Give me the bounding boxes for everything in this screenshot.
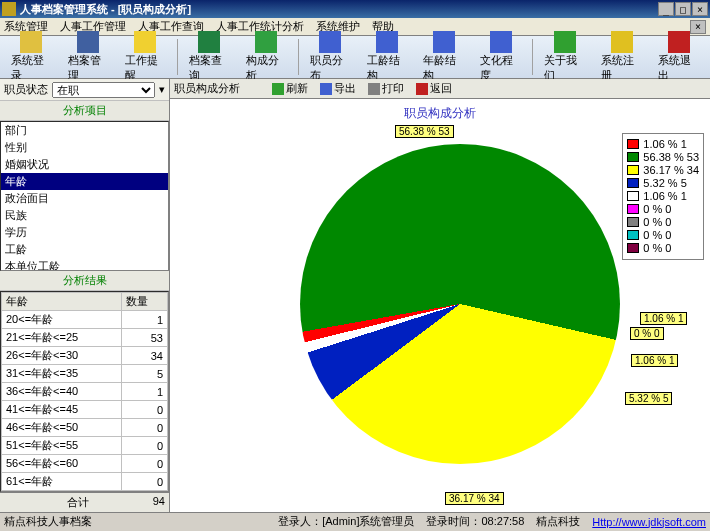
toolbtn-关于我们[interactable]: 关于我们 — [537, 28, 592, 86]
analysis-item[interactable]: 性别 — [1, 139, 168, 156]
toolbtn-工作提醒[interactable]: 工作提醒 — [118, 28, 173, 86]
close-button[interactable]: × — [692, 2, 708, 16]
print-button[interactable]: 打印 — [364, 80, 408, 97]
table-row[interactable]: 51<=年龄<=550 — [2, 437, 168, 455]
toolbtn-年龄结构[interactable]: 年龄结构 — [416, 28, 471, 86]
table-row[interactable]: 26<=年龄<=3034 — [2, 347, 168, 365]
table-row[interactable]: 31<=年龄<=355 — [2, 365, 168, 383]
callout-4: 1.06 % 1 — [631, 354, 678, 367]
status-login: 登录人：[Admin]系统管理员 — [278, 514, 414, 529]
status-url[interactable]: Http://www.jdkjsoft.com — [592, 516, 706, 528]
total-row: 合计 94 — [0, 492, 169, 512]
tool-icon — [433, 31, 455, 53]
status-filter-label: 职员状态 — [4, 82, 48, 97]
col-age[interactable]: 年龄 — [2, 293, 122, 311]
chart-panel: 职员构成分析 刷新 导出 打印 返回 职员构成分析 56.38 % 53 36.… — [170, 79, 710, 512]
back-icon — [416, 83, 428, 95]
export-button[interactable]: 导出 — [316, 80, 360, 97]
section-analysis-header: 分析项目 — [0, 101, 169, 121]
export-icon — [320, 83, 332, 95]
legend-swatch — [627, 152, 639, 162]
analysis-item[interactable]: 民族 — [1, 207, 168, 224]
legend-label: 56.38 % 53 — [643, 151, 699, 163]
tool-icon — [376, 31, 398, 53]
legend-label: 36.17 % 34 — [643, 164, 699, 176]
toolbtn-系统注册[interactable]: 系统注册 — [594, 28, 649, 86]
chart-title: 职员构成分析 — [404, 105, 476, 122]
analysis-item[interactable]: 政治面目 — [1, 190, 168, 207]
callout-1: 56.38 % 53 — [395, 125, 454, 138]
tool-icon — [255, 31, 277, 53]
legend-swatch — [627, 165, 639, 175]
table-row[interactable]: 46<=年龄<=500 — [2, 419, 168, 437]
legend-label: 0 % 0 — [643, 242, 671, 254]
toolbtn-文化程度[interactable]: 文化程度 — [473, 28, 528, 86]
table-row[interactable]: 56<=年龄<=600 — [2, 455, 168, 473]
section-result-header: 分析结果 — [0, 271, 169, 291]
toolbtn-职员分布[interactable]: 职员分布 — [303, 28, 358, 86]
toolbtn-构成分析[interactable]: 构成分析 — [239, 28, 294, 86]
tool-icon — [554, 31, 576, 53]
total-label: 合计 — [4, 495, 153, 510]
callout-3: 5.32 % 5 — [625, 392, 672, 405]
analysis-item[interactable]: 部门 — [1, 122, 168, 139]
table-row[interactable]: 61<=年龄0 — [2, 473, 168, 491]
callout-5: 0 % 0 — [630, 327, 664, 340]
chart-tab-label: 职员构成分析 — [174, 81, 240, 96]
refresh-button[interactable]: 刷新 — [268, 80, 312, 97]
maximize-button[interactable]: □ — [675, 2, 691, 16]
chart-area: 职员构成分析 56.38 % 53 36.17 % 34 5.32 % 5 1.… — [170, 99, 710, 512]
table-row[interactable]: 20<=年龄1 — [2, 311, 168, 329]
status-filter-select[interactable]: 在职 — [52, 82, 155, 98]
legend-label: 1.06 % 1 — [643, 190, 686, 202]
titlebar: 人事档案管理系统 - [职员构成分析] _ □ × — [0, 0, 710, 18]
tool-icon — [77, 31, 99, 53]
legend-item: 5.32 % 5 — [627, 177, 699, 189]
status-time: 登录时间：08:27:58 — [426, 514, 524, 529]
main-toolbar: 系统登录档案管理工作提醒档案查询构成分析职员分布工龄结构年龄结构文化程度关于我们… — [0, 36, 710, 79]
window-title: 人事档案管理系统 - [职员构成分析] — [20, 2, 658, 17]
total-value: 94 — [153, 495, 165, 510]
legend-item: 1.06 % 1 — [627, 190, 699, 202]
legend-swatch — [627, 204, 639, 214]
legend-item: 0 % 0 — [627, 216, 699, 228]
tool-icon — [668, 31, 690, 53]
table-row[interactable]: 21<=年龄<=2553 — [2, 329, 168, 347]
legend-label: 0 % 0 — [643, 216, 671, 228]
legend-label: 1.06 % 1 — [643, 138, 686, 150]
tool-icon — [611, 31, 633, 53]
print-icon — [368, 83, 380, 95]
toolbtn-档案查询[interactable]: 档案查询 — [182, 28, 237, 86]
toolbtn-档案管理[interactable]: 档案管理 — [61, 28, 116, 86]
legend-swatch — [627, 243, 639, 253]
table-row[interactable]: 41<=年龄<=450 — [2, 401, 168, 419]
legend-item: 0 % 0 — [627, 229, 699, 241]
analysis-list: 部门性别婚姻状况年龄政治面目民族学历工龄本单位工龄用工形式技术职称 — [0, 121, 169, 271]
legend-item: 1.06 % 1 — [627, 138, 699, 150]
tool-icon — [134, 31, 156, 53]
analysis-item[interactable]: 学历 — [1, 224, 168, 241]
col-count[interactable]: 数量 — [122, 293, 168, 311]
dropdown-icon[interactable]: ▾ — [159, 83, 165, 96]
back-button[interactable]: 返回 — [412, 80, 456, 97]
status-left: 精点科技人事档案 — [4, 514, 144, 529]
toolbtn-工龄结构[interactable]: 工龄结构 — [360, 28, 415, 86]
status-brand: 精点科技 — [536, 514, 580, 529]
callout-2: 36.17 % 34 — [445, 492, 504, 505]
minimize-button[interactable]: _ — [658, 2, 674, 16]
legend-swatch — [627, 191, 639, 201]
tool-icon — [490, 31, 512, 53]
legend-item: 0 % 0 — [627, 242, 699, 254]
table-row[interactable]: 36<=年龄<=401 — [2, 383, 168, 401]
legend-swatch — [627, 230, 639, 240]
toolbtn-系统退出[interactable]: 系统退出 — [651, 28, 706, 86]
analysis-item[interactable]: 年龄 — [1, 173, 168, 190]
legend-label: 0 % 0 — [643, 203, 671, 215]
analysis-item[interactable]: 本单位工龄 — [1, 258, 168, 271]
analysis-item[interactable]: 婚姻状况 — [1, 156, 168, 173]
legend-item: 36.17 % 34 — [627, 164, 699, 176]
callout-6: 1.06 % 1 — [640, 312, 687, 325]
toolbtn-系统登录[interactable]: 系统登录 — [4, 28, 59, 86]
left-panel: 职员状态 在职 ▾ 分析项目 部门性别婚姻状况年龄政治面目民族学历工龄本单位工龄… — [0, 79, 170, 512]
analysis-item[interactable]: 工龄 — [1, 241, 168, 258]
